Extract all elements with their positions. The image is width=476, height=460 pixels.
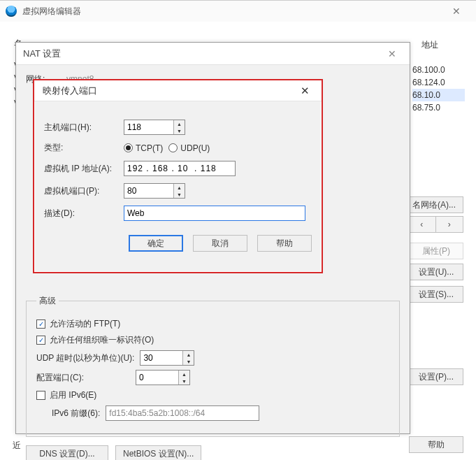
ok-button[interactable]: 确定 (129, 235, 183, 252)
type-udp-radio[interactable]: UDP(U) (168, 143, 210, 153)
allow-active-ftp-checkbox[interactable]: ✓ 允许活动的 FTP(T) (36, 318, 120, 330)
map-close-icon[interactable]: ✕ (296, 85, 313, 97)
netbios-settings-button[interactable]: NetBIOS 设置(N)... (115, 445, 201, 460)
ip-fragment-selected[interactable]: 68.10.0 (412, 89, 465, 101)
editor-help-button[interactable]: 帮助 (409, 435, 463, 454)
checkbox-unchecked-icon (36, 391, 45, 400)
help-button[interactable]: 帮助 (257, 235, 312, 252)
type-tcp-label: TCP(T) (136, 143, 163, 153)
map-title: 映射传入端口 (43, 85, 296, 97)
udp-timeout-stepper[interactable]: ▲▼ (140, 350, 194, 366)
nat-titlebar: NAT 设置 ✕ (16, 43, 410, 65)
settings-p-button[interactable]: 设置(P)... (409, 367, 463, 387)
pager-prev-icon[interactable]: ‹ (408, 217, 435, 232)
enable-ipv6-checkbox[interactable]: 启用 IPv6(E) (36, 389, 96, 401)
radio-unselected-icon (168, 143, 178, 152)
advanced-legend: 高级 (36, 295, 59, 307)
advanced-group: 高级 ✓ 允许活动的 FTP(T) ✓ 允许任何组织唯一标识符(O) UDP 超… (26, 295, 400, 437)
description-input[interactable] (124, 206, 305, 221)
properties-button[interactable]: 属性(P) (409, 241, 463, 261)
vm-ip-label: 虚拟机 IP 地址(A): (44, 163, 124, 175)
vm-port-label: 虚拟机端口(P): (44, 185, 124, 197)
type-udp-label: UDP(U) (180, 143, 210, 153)
editor-close-icon[interactable]: ✕ (442, 6, 470, 17)
pager-next-icon[interactable]: › (435, 217, 463, 232)
map-incoming-port-dialog: 映射传入端口 ✕ 主机端口(H): ▲▼ 类型: TCP(T) UDP(U) 虚… (33, 79, 323, 273)
host-port-input[interactable] (124, 120, 173, 134)
ip-fragment[interactable]: 68.124.0 (412, 76, 465, 89)
description-label: 描述(D): (44, 208, 124, 220)
map-titlebar: 映射传入端口 ✕ (34, 80, 322, 101)
type-tcp-radio[interactable]: TCP(T) (124, 143, 163, 153)
ip-fragment[interactable]: 68.75.0 (412, 101, 465, 114)
settings-s-button[interactable]: 设置(S)... (409, 285, 463, 304)
column-header-address: 地址 (421, 39, 463, 51)
config-port-label: 配置端口(C): (36, 372, 84, 384)
ipv6-prefix-input[interactable] (106, 405, 259, 421)
rename-network-button[interactable]: 名网络(A)... (405, 195, 463, 215)
app-logo-icon (6, 6, 17, 17)
editor-titlebar: 虚拟网络编辑器 ✕ (0, 1, 476, 22)
host-port-label: 主机端口(H): (44, 122, 124, 134)
spin-down-icon[interactable]: ▼ (183, 358, 194, 365)
spin-down-icon[interactable]: ▼ (179, 378, 189, 384)
spin-up-icon[interactable]: ▲ (174, 184, 185, 191)
nat-close-icon[interactable]: ✕ (382, 48, 403, 59)
ip-fragment[interactable]: 68.100.0 (412, 64, 465, 76)
cancel-button[interactable]: 取消 (193, 235, 247, 252)
checkbox-checked-icon: ✓ (36, 336, 45, 345)
checkbox-checked-icon: ✓ (36, 319, 45, 329)
nat-title: NAT 设置 (23, 48, 382, 60)
enable-ipv6-label: 启用 IPv6(E) (50, 389, 96, 401)
udp-timeout-label: UDP 超时(以秒为单位)(U): (36, 352, 134, 364)
config-port-stepper[interactable]: ▲▼ (136, 370, 190, 385)
allow-oui-checkbox[interactable]: ✓ 允许任何组织唯一标识符(O) (36, 334, 154, 346)
dns-settings-button[interactable]: DNS 设置(D)... (26, 445, 108, 460)
vm-ip-input[interactable] (124, 161, 236, 176)
type-label: 类型: (44, 142, 124, 154)
port-table-pager[interactable]: ‹ › (408, 216, 463, 233)
host-port-stepper[interactable]: ▲▼ (124, 120, 185, 135)
spin-up-icon[interactable]: ▲ (183, 351, 194, 358)
udp-timeout-input[interactable] (140, 351, 182, 365)
network-ip-fragments: 68.100.0 68.124.0 68.10.0 68.75.0 (412, 64, 465, 114)
allow-oui-label: 允许任何组织唯一标识符(O) (50, 334, 154, 346)
settings-u-button[interactable]: 设置(U)... (409, 262, 463, 282)
allow-active-ftp-label: 允许活动的 FTP(T) (50, 318, 120, 330)
radio-selected-icon (124, 143, 133, 152)
spin-up-icon[interactable]: ▲ (174, 120, 185, 127)
vm-port-stepper[interactable]: ▲▼ (124, 183, 185, 199)
editor-title: 虚拟网络编辑器 (22, 6, 442, 17)
ipv6-prefix-label: IPv6 前缀(6): (52, 408, 100, 419)
vm-port-input[interactable] (124, 184, 173, 198)
spin-up-icon[interactable]: ▲ (179, 371, 189, 378)
spin-down-icon[interactable]: ▼ (174, 191, 185, 198)
spin-down-icon[interactable]: ▼ (174, 127, 185, 134)
config-port-input[interactable] (136, 371, 178, 384)
